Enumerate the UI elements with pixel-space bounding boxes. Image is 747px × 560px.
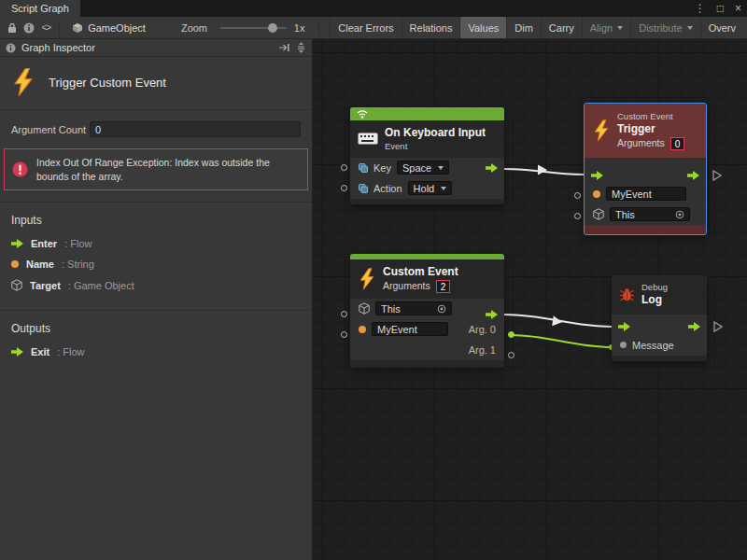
flow-input-port[interactable] [591,171,603,180]
zoom-slider-handle[interactable] [268,23,277,33]
target-picker-icon[interactable] [437,304,446,314]
pin-type: : Flow [64,238,92,249]
event-name-input-port[interactable] [574,192,581,199]
flow-output-port[interactable] [688,322,700,331]
argument-count-row: Argument Count 0 [0,110,312,139]
event-name-value: MyEvent [612,189,652,200]
code-icon[interactable]: <> [37,18,54,38]
cube-icon [11,279,22,291]
tab-script-graph[interactable]: Script Graph [0,0,80,17]
event-name-input[interactable]: MyEvent [606,187,686,201]
key-row: Key Space [350,158,504,178]
info-icon[interactable] [21,18,37,38]
relations-button[interactable]: Relations [402,17,460,39]
flow-output-port[interactable] [687,171,699,180]
pin-name: Exit [31,346,49,357]
node-title: Custom Event [383,265,458,280]
info-icon [6,43,16,53]
node-debug-log[interactable]: Debug Log Message [612,275,707,361]
event-name-input-port[interactable] [341,331,347,338]
argument-count-value: 0 [95,124,101,135]
carry-button[interactable]: Carry [541,17,582,39]
values-button[interactable]: Values [459,17,506,39]
string-port-icon [359,326,366,333]
selected-node-title-block: Trigger Custom Event [0,57,312,110]
graph-canvas[interactable]: On Keyboard Input Event Key Space Action… [313,39,747,560]
message-label: Message [632,340,674,351]
string-port-icon [11,260,19,268]
argument-count-input[interactable]: 0 [90,121,301,137]
key-label: Key [374,162,391,174]
cube-icon [593,208,604,220]
node-header: Custom Event Trigger Arguments0 [585,104,706,158]
target-value: This [615,209,635,220]
node-title: On Keyboard Input [385,126,486,141]
arg0-output-port[interactable] [508,331,514,338]
arg1-output-port[interactable] [508,352,514,358]
argument-count-label: Argument Count [11,124,90,135]
action-row: Action Hold [350,178,504,199]
chevron-down-icon [438,166,444,170]
node-category: Debug [641,282,668,293]
arg1-label: Arg. 1 [469,344,496,356]
toolbar-separator [59,21,60,35]
target-input-port[interactable] [341,311,347,317]
align-label: Align [590,22,613,34]
event-name-input[interactable]: MyEvent [372,322,448,336]
list-item: Target : Game Object [11,279,301,291]
keycode-icon [359,184,368,193]
close-icon[interactable]: × [735,2,741,15]
pin-type: : String [62,259,94,270]
target-input-port[interactable] [574,213,581,219]
gameobject-cube-icon [72,22,83,34]
action-input-port[interactable] [341,185,347,191]
toolbar-buttons: Clear Errors Relations Values Dim Carry … [330,17,743,39]
overview-button[interactable]: Overv [700,17,743,39]
lightning-bolt-icon [358,268,376,290]
dim-button[interactable]: Dim [506,17,541,39]
event-strip [350,107,504,120]
gameobject-selector[interactable]: GameObject [64,22,153,34]
flow-input-port[interactable] [618,322,630,331]
key-input-port[interactable] [341,164,347,171]
flow-output-port[interactable] [486,163,498,173]
node-footer [612,356,707,361]
action-dropdown[interactable]: Hold [408,181,453,195]
flow-arrow-icon [11,347,23,357]
target-dropdown[interactable]: This [375,301,452,315]
flow-output-port[interactable] [486,310,498,319]
zoom-value: 1x [294,22,305,34]
node-subtitle: Arguments [383,280,430,293]
message-port-icon [620,342,627,348]
menu-icon[interactable]: ⋮ [695,2,706,15]
cube-icon [359,302,370,315]
node-on-keyboard-input[interactable]: On Keyboard Input Event Key Space Action… [350,107,504,204]
distribute-label: Distribute [639,22,682,34]
key-dropdown[interactable]: Space [397,161,449,175]
clear-errors-button[interactable]: Clear Errors [330,17,401,39]
pin-name: Name [26,259,54,270]
message-row: Message [612,335,707,356]
target-dropdown[interactable]: This [610,207,690,221]
run-indicator-icon [713,321,723,332]
align-button[interactable]: Align [582,17,630,39]
zoom-slider[interactable] [220,27,287,29]
node-custom-event[interactable]: Custom Event Arguments2 This MyEvent Arg… [350,254,504,368]
key-value: Space [402,162,431,174]
lock-icon[interactable] [4,18,21,38]
restore-icon[interactable]: □ [717,2,724,15]
event-name-value: MyEvent [377,324,417,335]
broadcast-icon [356,108,369,119]
node-trigger-custom-event[interactable]: Custom Event Trigger Arguments0 MyEvent … [584,103,707,235]
pin-name: Enter [31,238,57,249]
window-controls: ⋮ □ × [695,0,741,17]
lightning-bolt-icon [11,68,35,96]
node-footer [585,225,706,234]
target-picker-icon[interactable] [675,210,684,219]
scroll-arrows-icon[interactable] [296,42,306,53]
distribute-button[interactable]: Distribute [630,17,699,39]
dock-pin-icon[interactable] [279,43,290,52]
graph-inspector-header: Graph Inspector [0,39,312,57]
bug-icon [619,287,635,301]
flow-arrow-icon [11,239,23,248]
